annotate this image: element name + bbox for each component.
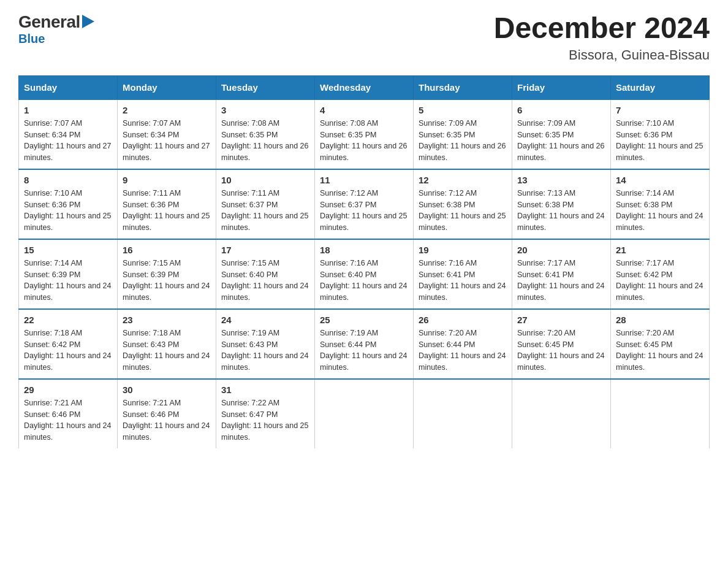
- logo-general-text: General: [18, 12, 80, 32]
- day-info: Sunrise: 7:10 AMSunset: 6:36 PMDaylight:…: [24, 188, 112, 234]
- page-header: General Blue December 2024 Bissora, Guin…: [18, 12, 710, 63]
- day-cell-12: 12Sunrise: 7:12 AMSunset: 6:38 PMDayligh…: [414, 169, 512, 239]
- logo: General Blue: [18, 12, 94, 46]
- day-info: Sunrise: 7:18 AMSunset: 6:43 PMDaylight:…: [123, 327, 211, 373]
- day-info: Sunrise: 7:15 AMSunset: 6:40 PMDaylight:…: [221, 258, 309, 304]
- weekday-header-saturday: Saturday: [611, 75, 710, 99]
- day-number: 16: [123, 245, 211, 255]
- day-number: 3: [221, 105, 309, 115]
- day-number: 24: [221, 315, 309, 325]
- day-cell-31: 31Sunrise: 7:22 AMSunset: 6:47 PMDayligh…: [216, 379, 315, 448]
- day-cell-14: 14Sunrise: 7:14 AMSunset: 6:38 PMDayligh…: [611, 169, 710, 239]
- day-info: Sunrise: 7:17 AMSunset: 6:42 PMDaylight:…: [616, 258, 704, 304]
- day-info: Sunrise: 7:20 AMSunset: 6:45 PMDaylight:…: [517, 327, 605, 373]
- day-info: Sunrise: 7:10 AMSunset: 6:36 PMDaylight:…: [616, 118, 704, 164]
- day-info: Sunrise: 7:19 AMSunset: 6:43 PMDaylight:…: [221, 327, 309, 373]
- day-info: Sunrise: 7:07 AMSunset: 6:34 PMDaylight:…: [123, 118, 211, 164]
- day-number: 19: [419, 245, 507, 255]
- day-cell-8: 8Sunrise: 7:10 AMSunset: 6:36 PMDaylight…: [19, 169, 118, 239]
- day-info: Sunrise: 7:21 AMSunset: 6:46 PMDaylight:…: [24, 397, 112, 443]
- day-info: Sunrise: 7:15 AMSunset: 6:39 PMDaylight:…: [123, 258, 211, 304]
- week-row-2: 8Sunrise: 7:10 AMSunset: 6:36 PMDaylight…: [19, 169, 710, 239]
- weekday-header-tuesday: Tuesday: [216, 75, 315, 99]
- week-row-4: 22Sunrise: 7:18 AMSunset: 6:42 PMDayligh…: [19, 309, 710, 379]
- empty-cell: [315, 379, 414, 448]
- day-number: 1: [24, 105, 112, 115]
- day-number: 8: [24, 175, 112, 185]
- day-number: 13: [517, 175, 605, 185]
- day-info: Sunrise: 7:11 AMSunset: 6:37 PMDaylight:…: [221, 188, 309, 234]
- day-cell-28: 28Sunrise: 7:20 AMSunset: 6:45 PMDayligh…: [611, 309, 710, 379]
- day-number: 25: [320, 315, 408, 325]
- day-cell-30: 30Sunrise: 7:21 AMSunset: 6:46 PMDayligh…: [118, 379, 216, 448]
- day-cell-5: 5Sunrise: 7:09 AMSunset: 6:35 PMDaylight…: [414, 99, 512, 169]
- day-cell-10: 10Sunrise: 7:11 AMSunset: 6:37 PMDayligh…: [216, 169, 315, 239]
- calendar-header: SundayMondayTuesdayWednesdayThursdayFrid…: [19, 75, 710, 99]
- day-cell-27: 27Sunrise: 7:20 AMSunset: 6:45 PMDayligh…: [512, 309, 611, 379]
- day-info: Sunrise: 7:07 AMSunset: 6:34 PMDaylight:…: [24, 118, 112, 164]
- day-info: Sunrise: 7:08 AMSunset: 6:35 PMDaylight:…: [320, 118, 408, 164]
- day-cell-7: 7Sunrise: 7:10 AMSunset: 6:36 PMDaylight…: [611, 99, 710, 169]
- day-cell-16: 16Sunrise: 7:15 AMSunset: 6:39 PMDayligh…: [118, 239, 216, 309]
- day-cell-3: 3Sunrise: 7:08 AMSunset: 6:35 PMDaylight…: [216, 99, 315, 169]
- empty-cell: [512, 379, 611, 448]
- day-number: 26: [419, 315, 507, 325]
- week-row-1: 1Sunrise: 7:07 AMSunset: 6:34 PMDaylight…: [19, 99, 710, 169]
- day-number: 23: [123, 315, 211, 325]
- day-number: 11: [320, 175, 408, 185]
- day-number: 7: [616, 105, 704, 115]
- day-info: Sunrise: 7:14 AMSunset: 6:39 PMDaylight:…: [24, 258, 112, 304]
- logo-blue-text: Blue: [18, 32, 45, 45]
- day-info: Sunrise: 7:19 AMSunset: 6:44 PMDaylight:…: [320, 327, 408, 373]
- day-info: Sunrise: 7:22 AMSunset: 6:47 PMDaylight:…: [221, 397, 309, 443]
- weekday-header-wednesday: Wednesday: [315, 75, 414, 99]
- day-info: Sunrise: 7:09 AMSunset: 6:35 PMDaylight:…: [517, 118, 605, 164]
- day-info: Sunrise: 7:08 AMSunset: 6:35 PMDaylight:…: [221, 118, 309, 164]
- day-info: Sunrise: 7:17 AMSunset: 6:41 PMDaylight:…: [517, 258, 605, 304]
- day-info: Sunrise: 7:09 AMSunset: 6:35 PMDaylight:…: [419, 118, 507, 164]
- day-cell-17: 17Sunrise: 7:15 AMSunset: 6:40 PMDayligh…: [216, 239, 315, 309]
- day-info: Sunrise: 7:20 AMSunset: 6:45 PMDaylight:…: [616, 327, 704, 373]
- day-cell-1: 1Sunrise: 7:07 AMSunset: 6:34 PMDaylight…: [19, 99, 118, 169]
- empty-cell: [611, 379, 710, 448]
- day-number: 29: [24, 385, 112, 395]
- day-number: 9: [123, 175, 211, 185]
- day-number: 15: [24, 245, 112, 255]
- day-cell-2: 2Sunrise: 7:07 AMSunset: 6:34 PMDaylight…: [118, 99, 216, 169]
- day-number: 12: [419, 175, 507, 185]
- day-number: 30: [123, 385, 211, 395]
- day-cell-13: 13Sunrise: 7:13 AMSunset: 6:38 PMDayligh…: [512, 169, 611, 239]
- day-cell-26: 26Sunrise: 7:20 AMSunset: 6:44 PMDayligh…: [414, 309, 512, 379]
- day-number: 31: [221, 385, 309, 395]
- day-number: 5: [419, 105, 507, 115]
- weekday-header-row: SundayMondayTuesdayWednesdayThursdayFrid…: [19, 75, 710, 99]
- day-number: 2: [123, 105, 211, 115]
- day-cell-9: 9Sunrise: 7:11 AMSunset: 6:36 PMDaylight…: [118, 169, 216, 239]
- day-cell-25: 25Sunrise: 7:19 AMSunset: 6:44 PMDayligh…: [315, 309, 414, 379]
- day-cell-29: 29Sunrise: 7:21 AMSunset: 6:46 PMDayligh…: [19, 379, 118, 448]
- day-number: 21: [616, 245, 704, 255]
- weekday-header-sunday: Sunday: [19, 75, 118, 99]
- logo-triangle-icon: [82, 15, 94, 28]
- day-cell-6: 6Sunrise: 7:09 AMSunset: 6:35 PMDaylight…: [512, 99, 611, 169]
- day-number: 14: [616, 175, 704, 185]
- day-info: Sunrise: 7:14 AMSunset: 6:38 PMDaylight:…: [616, 188, 704, 234]
- day-cell-21: 21Sunrise: 7:17 AMSunset: 6:42 PMDayligh…: [611, 239, 710, 309]
- title-area: December 2024 Bissora, Guinea-Bissau: [494, 12, 710, 63]
- day-cell-11: 11Sunrise: 7:12 AMSunset: 6:37 PMDayligh…: [315, 169, 414, 239]
- day-number: 20: [517, 245, 605, 255]
- day-cell-19: 19Sunrise: 7:16 AMSunset: 6:41 PMDayligh…: [414, 239, 512, 309]
- day-cell-24: 24Sunrise: 7:19 AMSunset: 6:43 PMDayligh…: [216, 309, 315, 379]
- day-cell-15: 15Sunrise: 7:14 AMSunset: 6:39 PMDayligh…: [19, 239, 118, 309]
- weekday-header-thursday: Thursday: [414, 75, 512, 99]
- weekday-header-monday: Monday: [118, 75, 216, 99]
- day-cell-4: 4Sunrise: 7:08 AMSunset: 6:35 PMDaylight…: [315, 99, 414, 169]
- day-number: 6: [517, 105, 605, 115]
- day-info: Sunrise: 7:12 AMSunset: 6:37 PMDaylight:…: [320, 188, 408, 234]
- day-info: Sunrise: 7:21 AMSunset: 6:46 PMDaylight:…: [123, 397, 211, 443]
- calendar-table: SundayMondayTuesdayWednesdayThursdayFrid…: [18, 75, 710, 448]
- week-row-3: 15Sunrise: 7:14 AMSunset: 6:39 PMDayligh…: [19, 239, 710, 309]
- week-row-5: 29Sunrise: 7:21 AMSunset: 6:46 PMDayligh…: [19, 379, 710, 448]
- day-cell-22: 22Sunrise: 7:18 AMSunset: 6:42 PMDayligh…: [19, 309, 118, 379]
- month-title: December 2024: [494, 12, 710, 45]
